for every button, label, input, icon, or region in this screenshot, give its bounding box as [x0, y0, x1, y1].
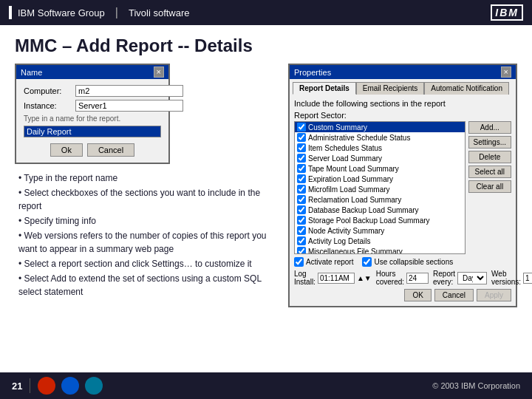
bullet-4: • Web versions refers to the number of c…: [18, 229, 273, 256]
report-name-input[interactable]: [24, 126, 161, 137]
sector-row: Custom Summary Administrative Schedule S…: [294, 121, 511, 257]
instance-row: Instance:: [24, 100, 161, 112]
sector-item-1[interactable]: Administrative Schedule Status: [295, 132, 465, 143]
hours-covered-input[interactable]: [406, 273, 429, 284]
sector-checkbox-5[interactable]: [297, 174, 306, 183]
footer: 21 © 2003 IBM Corporation: [0, 372, 532, 399]
web-versions-input[interactable]: [523, 273, 532, 284]
log-install-group: Log Install: ▲▼: [294, 270, 372, 286]
sector-checkbox-7[interactable]: [297, 195, 306, 204]
sector-item-11[interactable]: Activity Log Details: [295, 236, 465, 246]
sector-list[interactable]: Custom Summary Administrative Schedule S…: [294, 121, 466, 254]
log-install-arrow[interactable]: ▲▼: [357, 274, 372, 282]
sector-checkbox-8[interactable]: [297, 205, 306, 214]
log-install-input[interactable]: [318, 273, 355, 284]
ibm-logo: IBM: [491, 4, 523, 21]
sector-checkbox-6[interactable]: [297, 185, 306, 194]
report-every-select[interactable]: Days Hours Weeks: [457, 272, 487, 284]
sector-list-wrap: Custom Summary Administrative Schedule S…: [294, 121, 466, 257]
sector-item-0[interactable]: Custom Summary: [295, 122, 465, 132]
report-sector-label: Report Sector:: [294, 111, 511, 120]
computer-row: Computer:: [24, 85, 161, 97]
instance-label: Instance:: [24, 101, 75, 110]
name-dialog-buttons: Ok Cancel: [24, 143, 161, 157]
sector-checkbox-0[interactable]: [297, 123, 306, 132]
sector-item-5[interactable]: Expiration Load Summary: [295, 174, 465, 184]
props-apply-button[interactable]: Apply: [477, 289, 511, 301]
tab-email-recipients[interactable]: Email Recipients: [356, 82, 424, 95]
properties-dialog: Properties × Report Details Email Recipi…: [288, 64, 517, 307]
instance-input[interactable]: [75, 100, 183, 112]
bullet-5: • Select a report section and click Sett…: [18, 257, 273, 270]
sector-item-3[interactable]: Server Load Summary: [295, 153, 465, 163]
bottom-buttons: OK Cancel Apply: [294, 289, 511, 301]
header-separator: |: [115, 6, 118, 19]
settings-button[interactable]: Settings...: [468, 136, 511, 149]
sector-item-10[interactable]: Node Activity Summary: [295, 225, 465, 236]
log-install-label: Log Install:: [294, 270, 316, 286]
properties-title: Properties: [294, 68, 331, 77]
clearall-button[interactable]: Clear all: [468, 180, 511, 193]
bullet-3: • Specify timing info: [18, 214, 273, 228]
computer-label: Computer:: [24, 86, 75, 95]
report-every-label: Report every:: [433, 270, 455, 286]
tab-report-details[interactable]: Report Details: [293, 82, 356, 95]
collapse-checkbox[interactable]: [362, 257, 372, 267]
sector-item-6[interactable]: Microfilm Load Summary: [295, 184, 465, 194]
hours-covered-group: Hours covered:: [376, 270, 429, 286]
sector-item-2[interactable]: Item Schedules Status: [295, 143, 465, 153]
name-dialog-close[interactable]: ×: [154, 66, 164, 78]
report-every-group: Report every: Days Hours Weeks: [433, 270, 487, 286]
footer-icons: [38, 377, 103, 395]
name-field-row: [24, 126, 161, 137]
ok-button[interactable]: Ok: [50, 143, 83, 157]
active-report-checkbox[interactable]: [294, 257, 304, 267]
bullet-6: • Select Add to extend the set of sectio…: [18, 272, 273, 299]
tab-auto-notification[interactable]: Automatic Notification: [424, 82, 509, 95]
delete-button[interactable]: Delete: [468, 151, 511, 163]
sector-item-7[interactable]: Reclamation Load Summary: [295, 194, 465, 205]
hours-covered-label: Hours covered:: [376, 270, 404, 286]
web-versions-label: Web versions:: [491, 270, 521, 286]
sector-checkbox-2[interactable]: [297, 143, 306, 152]
sector-item-8[interactable]: Database Backup Load Summary: [295, 205, 465, 215]
company-name: IBM Software Group: [18, 7, 105, 18]
sector-checkbox-3[interactable]: [297, 154, 306, 163]
properties-inner: Include the following sections in the re…: [290, 95, 516, 306]
bullet-2: • Select checkboxes of the sections you …: [18, 186, 273, 213]
sector-item-12[interactable]: Miscellaneous File Summary: [295, 246, 465, 254]
props-cancel-button[interactable]: Cancel: [434, 289, 474, 301]
footer-icon-blue: [61, 377, 79, 395]
collapse-label[interactable]: Use collapsible sections: [362, 257, 453, 267]
sector-checkbox-1[interactable]: [297, 133, 306, 142]
sector-item-9[interactable]: Storage Pool Backup Load Summary: [295, 215, 465, 225]
header-left: IBM Software Group | Tivoli software: [9, 6, 190, 19]
sector-item-4[interactable]: Tape Mount Load Summary: [295, 163, 465, 174]
timing-fields: Log Install: ▲▼ Hours covered: Report ev…: [294, 270, 511, 286]
copyright: © 2003 IBM Corporation: [432, 381, 520, 390]
include-label: Include the following sections in the re…: [294, 99, 511, 108]
name-hint: Type in a name for the report.: [24, 115, 161, 123]
name-dialog-body: Computer: Instance: Type in a name for t…: [16, 79, 168, 163]
sector-checkbox-10[interactable]: [297, 226, 306, 235]
header-bar-icon: [9, 6, 12, 19]
properties-close[interactable]: ×: [501, 66, 511, 78]
side-buttons: Add... Settings... Delete Select all Cle…: [468, 121, 511, 257]
props-ok-button[interactable]: OK: [404, 289, 431, 301]
selectall-button[interactable]: Select all: [468, 166, 511, 178]
main-content: Name × Computer: Instance: Type in a nam…: [0, 64, 532, 307]
computer-input[interactable]: [75, 85, 183, 97]
footer-icon-teal: [85, 377, 103, 395]
bullet-1: • Type in the report name: [18, 171, 273, 185]
sector-checkbox-9[interactable]: [297, 216, 306, 225]
sector-checkbox-12[interactable]: [297, 247, 306, 254]
cancel-button[interactable]: Cancel: [87, 143, 134, 157]
sector-checkbox-11[interactable]: [297, 236, 306, 245]
sector-checkbox-4[interactable]: [297, 164, 306, 173]
active-report-label[interactable]: Activate report: [294, 257, 353, 267]
add-button[interactable]: Add...: [468, 121, 511, 134]
web-versions-group: Web versions:: [491, 270, 532, 286]
name-dialog-title: Name: [21, 68, 42, 77]
product-name: Tivoli software: [129, 7, 190, 18]
page-number: 21: [12, 381, 22, 392]
